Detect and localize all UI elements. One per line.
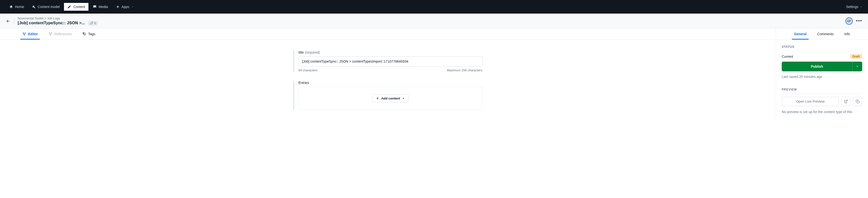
right-sidebar: General Comments Info STATUS Current Dra… <box>776 29 868 119</box>
top-nav: Home Content model Content Media Apps Se… <box>0 0 868 13</box>
caret-down-icon <box>860 6 862 8</box>
title-required: (required) <box>305 51 320 54</box>
field-title: title (required) 64 characters Maximum 2… <box>293 51 483 72</box>
tab-editor-label: Editor <box>28 32 38 36</box>
publish-label: Publish <box>782 62 852 71</box>
avatar[interactable]: GF <box>845 18 853 25</box>
open-preview-button[interactable]: Open Live Preview <box>782 97 839 106</box>
settings-menu[interactable]: Settings <box>846 5 862 9</box>
title-label: title <box>299 51 304 54</box>
preview-note: No preview is set up for the content typ… <box>782 106 862 114</box>
nav-content-label: Content <box>73 5 85 9</box>
wrench-icon <box>32 5 36 9</box>
svg-rect-3 <box>49 32 50 33</box>
field-entries: Entries Add content <box>293 81 483 110</box>
nav-home[interactable]: Home <box>6 3 27 11</box>
nav-media[interactable]: Media <box>89 3 111 11</box>
subheader: Ncremental Toolkit > Job Logs [Job] cont… <box>0 13 868 29</box>
nav-items: Home Content model Content Media Apps <box>6 3 846 11</box>
nav-home-label: Home <box>15 5 24 9</box>
chevron-down-icon <box>402 97 405 100</box>
media-icon <box>93 5 97 9</box>
entries-label: Entries <box>299 81 309 85</box>
tab-info-label: Info <box>844 32 850 36</box>
tab-editor[interactable]: Editor <box>20 29 40 39</box>
plus-icon <box>376 96 379 100</box>
entries-dropzone[interactable]: Add content <box>299 87 483 110</box>
editor-icon <box>22 32 26 36</box>
nav-apps[interactable]: Apps <box>113 3 137 11</box>
main-tabs: Editor References Tags <box>0 29 776 40</box>
divider <box>13 18 15 24</box>
nav-apps-label: Apps <box>122 5 129 9</box>
preview-section: PREVIEW Open Live Preview No preview is … <box>776 83 868 116</box>
tab-tags[interactable]: Tags <box>81 29 97 39</box>
nav-media-label: Media <box>99 5 108 9</box>
tab-references-label: References <box>54 32 72 36</box>
home-icon <box>9 5 13 9</box>
add-content-label: Add content <box>381 96 400 100</box>
tab-references: References <box>46 29 74 39</box>
nav-content-model[interactable]: Content model <box>28 3 63 11</box>
external-link-icon <box>844 100 848 103</box>
svg-rect-5 <box>50 34 51 35</box>
tab-general[interactable]: General <box>792 29 808 39</box>
svg-point-2 <box>24 34 25 35</box>
last-saved: Last saved 20 minutes ago <box>782 71 862 81</box>
current-label: Current <box>782 55 793 58</box>
add-content-button[interactable]: Add content <box>372 94 408 103</box>
pencil-icon <box>67 5 71 9</box>
linked-entries-badge[interactable]: 0 <box>88 21 98 26</box>
nav-content[interactable]: Content <box>64 3 88 11</box>
tab-general-label: General <box>794 32 806 36</box>
max-chars: Maximum 256 characters <box>447 68 483 72</box>
tab-comments-label: Comments <box>817 32 834 36</box>
tag-icon <box>83 32 86 36</box>
sidebar-tabs: General Comments Info <box>776 29 868 40</box>
status-section: STATUS Current Draft Publish Last saved … <box>776 40 868 83</box>
copy-button[interactable] <box>853 97 862 106</box>
main: Editor References Tags title (required) <box>0 29 776 119</box>
preview-heading: PREVIEW <box>782 88 862 94</box>
apps-icon <box>116 5 120 9</box>
external-link-button[interactable] <box>841 97 850 106</box>
svg-rect-4 <box>51 32 52 33</box>
svg-point-0 <box>23 32 24 33</box>
nav-content-model-label: Content model <box>37 5 60 9</box>
page-title: [Job] contentTypeSync:: JSON >... <box>18 21 85 26</box>
settings-label: Settings <box>846 5 858 9</box>
tab-info[interactable]: Info <box>842 29 852 39</box>
breadcrumb[interactable]: Ncremental Toolkit > Job Logs <box>18 17 98 20</box>
more-actions[interactable]: ••• <box>856 19 862 24</box>
svg-point-6 <box>83 33 84 33</box>
publish-button[interactable]: Publish <box>782 62 862 71</box>
svg-point-1 <box>25 32 26 33</box>
char-count: 64 characters <box>299 68 318 72</box>
tab-comments[interactable]: Comments <box>815 29 836 39</box>
chevron-down-icon <box>856 65 859 68</box>
caret-down-icon <box>131 6 134 8</box>
svg-rect-7 <box>857 101 859 103</box>
copy-icon <box>856 100 860 103</box>
status-badge: Draft <box>850 54 862 59</box>
linked-count: 0 <box>94 21 96 25</box>
link-icon <box>90 21 93 25</box>
references-icon <box>49 32 52 36</box>
title-block: Ncremental Toolkit > Job Logs [Job] cont… <box>18 17 98 26</box>
editor-form: title (required) 64 characters Maximum 2… <box>293 51 483 110</box>
tab-tags-label: Tags <box>88 32 95 36</box>
title-input[interactable] <box>299 56 483 66</box>
back-arrow-icon[interactable] <box>6 19 11 24</box>
status-heading: STATUS <box>782 45 862 51</box>
publish-caret[interactable] <box>852 62 862 71</box>
